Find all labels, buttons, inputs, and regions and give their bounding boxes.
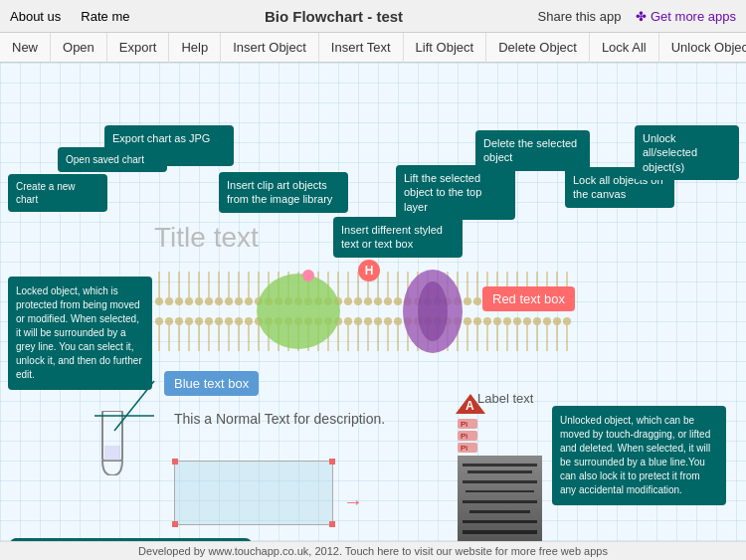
top-bar: About us Rate me Bio Flowchart - test Sh… — [0, 0, 746, 33]
tooltip-lift-object: Lift the selected object to the top laye… — [396, 165, 515, 220]
normal-text: This a Normal Text for description. — [174, 411, 385, 427]
blue-text-box[interactable]: Blue text box — [164, 371, 259, 396]
menu-export[interactable]: Export — [107, 33, 170, 63]
tooltip-create-new: Create a new chart — [8, 174, 107, 212]
menu-open[interactable]: Open — [51, 33, 107, 63]
tooltip-unlocked-object: Unlocked object, which can be moved by t… — [552, 406, 726, 505]
svg-point-5 — [257, 274, 340, 349]
about-us[interactable]: About us — [10, 9, 61, 24]
menu-help[interactable]: Help — [169, 33, 221, 63]
svg-text:Pi: Pi — [461, 432, 467, 441]
h-circle: H — [358, 260, 380, 281]
test-tube — [93, 411, 132, 475]
menu-insert-object[interactable]: Insert Object — [221, 33, 319, 63]
menu-insert-text[interactable]: Insert Text — [319, 33, 404, 63]
a-badge-area: A Pi Pi Pi — [456, 394, 510, 454]
menu-bar: New Open Export Help Insert Object Inser… — [0, 33, 746, 63]
svg-text:A: A — [466, 399, 474, 413]
menu-new[interactable]: New — [0, 33, 51, 63]
membrane-diagram — [154, 267, 572, 366]
svg-rect-17 — [104, 446, 120, 461]
menu-delete-object[interactable]: Delete Object — [486, 33, 590, 63]
rect-shape[interactable] — [174, 461, 333, 525]
svg-point-7 — [418, 281, 448, 341]
get-more-apps[interactable]: ✤ Get more apps — [636, 9, 736, 24]
pink-dot — [302, 270, 314, 281]
tooltip-delete-object: Delete the selected object — [475, 130, 590, 171]
svg-rect-4 — [154, 272, 572, 351]
svg-text:Pi: Pi — [461, 444, 467, 453]
tooltip-open-saved: Open saved chart — [58, 147, 167, 172]
red-text-box[interactable]: Red text box — [482, 286, 575, 311]
tooltip-insert-clip: Insert clip art objects from the image l… — [219, 172, 348, 213]
menu-lock-all[interactable]: Lock All — [590, 33, 659, 63]
menu-unlock-object[interactable]: Unlock Object — [659, 33, 746, 63]
share-app[interactable]: Share this app — [538, 9, 622, 24]
arrow: → — [343, 490, 363, 513]
menu-lift-object[interactable]: Lift Object — [404, 33, 487, 63]
app-title: Bio Flowchart - test — [265, 8, 403, 25]
tooltip-insert-text: Insert different styled text or text box — [333, 217, 463, 258]
rate-me[interactable]: Rate me — [81, 9, 129, 24]
tooltip-unlock-all: Unlock all/selected object(s) — [635, 125, 739, 180]
canvas-title: Title text — [154, 222, 259, 254]
gel-image — [458, 456, 542, 545]
tooltip-locked-object: Locked object, which is protected from b… — [8, 277, 152, 390]
canvas[interactable]: Export chart as JPG image Open saved cha… — [0, 63, 746, 560]
footer[interactable]: Developed by www.touchapp.co.uk, 2012. T… — [0, 541, 746, 560]
svg-text:Pi: Pi — [461, 420, 467, 429]
